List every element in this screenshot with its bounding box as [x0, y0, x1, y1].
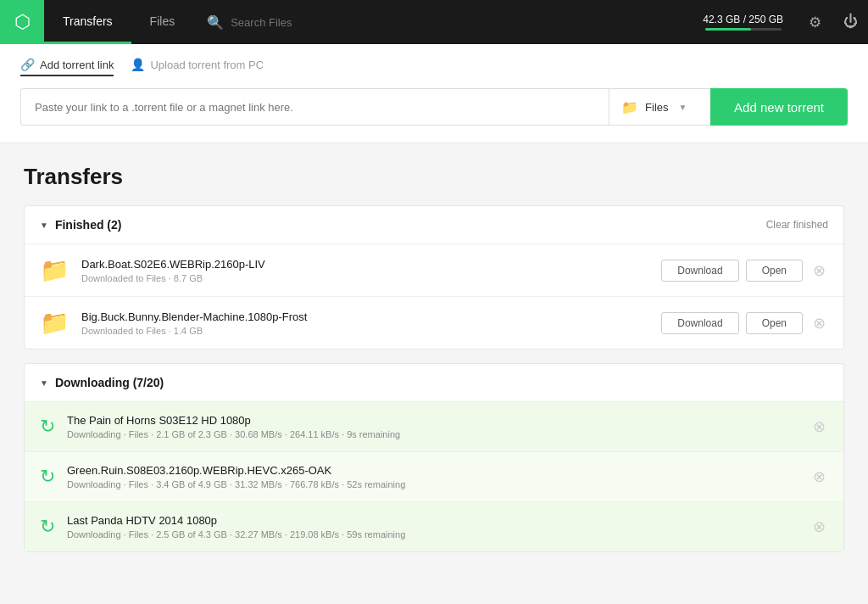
torrent-name: Big.Buck.Bunny.Blender-Machine.1080p-Fro…	[81, 310, 649, 323]
clear-finished-button[interactable]: Clear finished	[766, 219, 828, 231]
power-button[interactable]: ⏻	[832, 0, 868, 44]
downloading-item: ↻ Green.Ruin.S08E03.2160p.WEBRip.HEVC.x2…	[25, 452, 843, 502]
remove-button[interactable]: ⊗	[810, 467, 828, 486]
dl-meta: Downloading · Files · 2.5 GB of 4.3 GB ·…	[67, 529, 798, 540]
chevron-down-icon: ▼	[679, 103, 687, 112]
downloading-section-header: ▼ Downloading (7/20)	[25, 364, 843, 402]
finished-section-header: ▼ Finished (2) Clear finished	[25, 206, 843, 244]
downloading-section-title: Downloading (7/20)	[55, 376, 164, 389]
torrent-info: Last Panda HDTV 2014 1080p Downloading ·…	[67, 514, 798, 540]
downloading-item: ↻ The Pain of Horns S03E12 HD 1080p Down…	[25, 402, 843, 452]
torrent-meta: Downloaded to Files · 8.7 GB	[81, 273, 649, 283]
finished-item: 📁 Big.Buck.Bunny.Blender-Machine.1080p-F…	[25, 297, 843, 349]
spinning-icon: ↻	[40, 516, 55, 538]
search-area: 🔍	[193, 14, 703, 31]
downloading-chevron-icon: ▼	[40, 378, 48, 388]
dl-meta: Downloading · Files · 2.1 GB of 2.3 GB ·…	[67, 429, 798, 439]
torrent-actions: Download Open ⊗	[661, 260, 828, 282]
torrent-info: The Pain of Horns S03E12 HD 1080p Downlo…	[67, 414, 798, 439]
finished-section-title: Finished (2)	[55, 218, 122, 232]
download-button[interactable]: Download	[661, 312, 738, 334]
open-button[interactable]: Open	[746, 312, 803, 334]
search-input[interactable]	[231, 16, 400, 29]
add-torrent-button[interactable]: Add new torrent	[710, 88, 848, 126]
open-button[interactable]: Open	[746, 260, 803, 282]
add-tab-link[interactable]: 🔗 Add torrent link	[20, 58, 114, 76]
dl-name: Last Panda HDTV 2014 1080p	[67, 514, 798, 527]
nav-tab-transfers[interactable]: Transfers	[44, 0, 131, 44]
logo[interactable]: ⬡	[0, 0, 44, 44]
folder-icon: 📁	[621, 99, 638, 115]
logo-icon: ⬡	[14, 11, 31, 33]
storage-bar-bg	[705, 28, 782, 31]
finished-title-row: ▼ Finished (2)	[40, 218, 121, 232]
remove-button[interactable]: ⊗	[810, 417, 828, 436]
settings-button[interactable]: ⚙	[797, 0, 832, 44]
page-title: Transfers	[24, 164, 844, 190]
dl-meta: Downloading · Files · 3.4 GB of 4.9 GB ·…	[67, 479, 798, 489]
torrent-info: Dark.Boat.S02E6.WEBRip.2160p-LIV Downloa…	[81, 258, 649, 283]
top-nav: ⬡ Transfers Files 🔍 42.3 GB / 250 GB ⚙ ⏻	[0, 0, 868, 44]
torrent-folder-icon: 📁	[40, 256, 70, 284]
torrent-folder-icon: 📁	[40, 309, 70, 337]
remove-button[interactable]: ⊗	[810, 261, 828, 280]
torrent-name: Dark.Boat.S02E6.WEBRip.2160p-LIV	[81, 258, 649, 271]
spinning-icon: ↻	[40, 416, 55, 438]
torrent-info: Green.Ruin.S08E03.2160p.WEBRip.HEVC.x265…	[67, 464, 798, 489]
storage-bar-fill	[705, 28, 751, 31]
finished-section: ▼ Finished (2) Clear finished 📁 Dark.Boa…	[24, 205, 844, 350]
downloading-section: ▼ Downloading (7/20) ↻ The Pain of Horns…	[24, 363, 844, 552]
add-torrent-tabs: 🔗 Add torrent link 👤 Upload torrent from…	[20, 58, 848, 76]
spinning-icon: ↻	[40, 466, 55, 488]
download-button[interactable]: Download	[661, 260, 738, 282]
dl-name: The Pain of Horns S03E12 HD 1080p	[67, 414, 798, 427]
search-icon: 🔍	[207, 14, 224, 31]
downloading-item: ↻ Last Panda HDTV 2014 1080p Downloading…	[25, 502, 843, 551]
downloading-title-row: ▼ Downloading (7/20)	[40, 376, 164, 389]
remove-button[interactable]: ⊗	[810, 314, 828, 333]
storage-indicator: 42.3 GB / 250 GB	[703, 14, 783, 31]
finished-chevron-icon: ▼	[40, 221, 48, 230]
folder-select[interactable]: 📁 Files ▼	[609, 88, 710, 126]
add-tab-upload[interactable]: 👤 Upload torrent from PC	[131, 58, 264, 76]
upload-icon: 👤	[131, 58, 145, 71]
storage-text: 42.3 GB / 250 GB	[703, 14, 783, 25]
torrent-info: Big.Buck.Bunny.Blender-Machine.1080p-Fro…	[81, 310, 649, 336]
torrent-meta: Downloaded to Files · 1.4 GB	[81, 326, 649, 336]
add-torrent-row: 📁 Files ▼ Add new torrent	[20, 88, 848, 126]
add-torrent-section: 🔗 Add torrent link 👤 Upload torrent from…	[0, 44, 868, 143]
remove-button[interactable]: ⊗	[810, 517, 828, 536]
torrent-url-input[interactable]	[20, 88, 609, 126]
nav-tab-files[interactable]: Files	[131, 0, 194, 44]
torrent-actions: Download Open ⊗	[661, 312, 828, 334]
dl-name: Green.Ruin.S08E03.2160p.WEBRip.HEVC.x265…	[67, 464, 798, 477]
finished-item: 📁 Dark.Boat.S02E6.WEBRip.2160p-LIV Downl…	[25, 244, 843, 297]
main-content: Transfers ▼ Finished (2) Clear finished …	[0, 143, 868, 604]
link-icon: 🔗	[20, 58, 35, 71]
